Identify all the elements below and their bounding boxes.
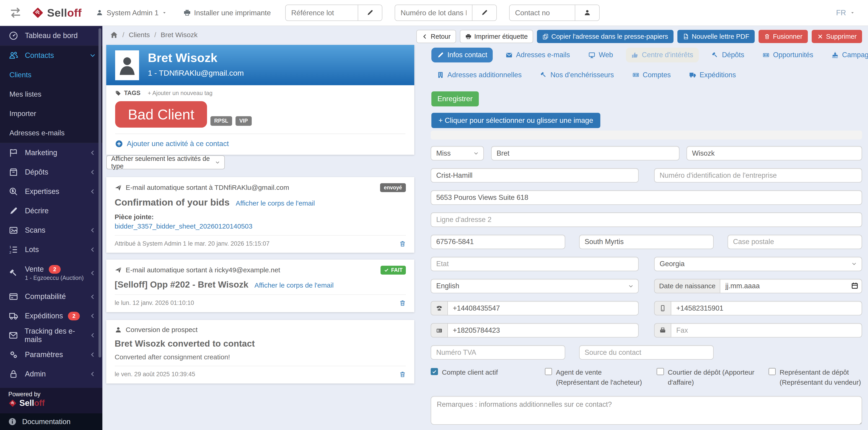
sidebar-item-accounting[interactable]: Comptabilité	[0, 287, 102, 306]
trash-icon[interactable]	[399, 240, 406, 247]
city-input[interactable]	[579, 235, 714, 249]
sidebar-item-lots[interactable]: Lots	[0, 240, 102, 259]
trash-icon[interactable]	[399, 371, 406, 378]
company-input[interactable]	[431, 168, 639, 183]
tag-bad-client[interactable]: Bad Client	[115, 101, 207, 128]
user-menu[interactable]: System Admin 1	[96, 9, 167, 17]
zip-input[interactable]	[431, 235, 565, 249]
sidebar-item-shipments[interactable]: Expéditions 2	[0, 306, 102, 326]
lot-reference-input[interactable]	[286, 5, 358, 21]
tag-vip[interactable]: VIP	[236, 116, 252, 126]
company-id-input[interactable]	[654, 168, 862, 183]
add-activity-row[interactable]: Ajouter une activité à ce contact	[106, 134, 414, 155]
title-select[interactable]: Miss	[431, 146, 484, 160]
sidebar-item-clients[interactable]: Clients	[0, 65, 102, 85]
new-pdf-letter-button[interactable]: Nouvelle lettre PDF	[677, 30, 755, 43]
install-printer-menu[interactable]: Installer une imprimante	[184, 9, 271, 17]
save-button[interactable]: Enregistrer	[431, 91, 479, 106]
home-icon[interactable]	[110, 31, 118, 39]
copy-address-button[interactable]: Copier l'adresse dans le presse-papiers	[537, 30, 674, 43]
app-logo[interactable]: Selloff	[31, 6, 82, 19]
add-activity-link[interactable]: Ajouter une activité à ce contact	[127, 139, 229, 148]
activity-type-line: Conversion de prospect	[126, 326, 197, 334]
tab-interests[interactable]: Centre d'intérêts	[626, 47, 699, 62]
fax-input[interactable]	[671, 323, 862, 337]
documentation-link[interactable]: Documentation	[0, 414, 102, 430]
office-phone-input[interactable]	[447, 323, 639, 337]
contact-no-button[interactable]	[575, 5, 599, 21]
chevron-down-icon	[90, 53, 96, 59]
tab-infos-contact[interactable]: Infos contact	[431, 47, 493, 62]
sidebar-item-my-lists[interactable]: Mes listes	[0, 85, 102, 104]
first-name-input[interactable]	[491, 146, 679, 160]
trash-icon[interactable]	[399, 299, 406, 307]
sidebar-item-sale[interactable]: Vente 2 1 - Egzoeccu (Auction)	[0, 259, 102, 287]
checkbox-consignment-rep[interactable]: Représentant de dépôt (Représentant du v…	[769, 367, 862, 387]
sidebar-item-scans[interactable]: Scans	[0, 221, 102, 240]
tab-shipments[interactable]: Expéditions	[684, 67, 741, 82]
checkbox-checked[interactable]	[431, 368, 438, 375]
checkbox-unchecked[interactable]	[657, 368, 664, 375]
contact-no-input[interactable]	[509, 5, 575, 21]
add-tag-link[interactable]: + Ajouter un nouveau tag	[148, 90, 213, 96]
tab-opportunities[interactable]: Opportunités	[757, 47, 819, 62]
tab-bidder-numbers[interactable]: Nos d'enchérisseurs	[534, 67, 619, 82]
back-button[interactable]: Retour	[416, 30, 456, 43]
sidebar-item-describe[interactable]: Décrire	[0, 201, 102, 221]
checkbox-unchecked[interactable]	[545, 368, 552, 375]
lot-number-edit-button[interactable]	[472, 5, 496, 21]
image-upload-button[interactable]: + Cliquer pour sélectionner ou glisser u…	[431, 113, 600, 128]
language-selector[interactable]: FR	[836, 8, 855, 17]
tab-email-addresses[interactable]: Adresses e-mails	[500, 47, 576, 62]
address2-input[interactable]	[431, 212, 862, 227]
sidebar-item-marketing[interactable]: Marketing	[0, 143, 102, 163]
sidebar-item-expertises[interactable]: Expertises	[0, 182, 102, 201]
mobile-input[interactable]	[671, 301, 862, 316]
contact-source-input[interactable]	[579, 345, 714, 360]
tab-additional-addresses[interactable]: Adresses additionnelles	[431, 67, 527, 82]
sidebar-scrollbar[interactable]	[98, 28, 101, 358]
print-label-button[interactable]: Imprimer étiquette	[460, 30, 533, 43]
remarks-textarea[interactable]	[431, 396, 862, 425]
sidebar-item-dashboard[interactable]: Tableau de bord	[0, 26, 102, 45]
phone-input[interactable]	[447, 301, 639, 316]
tab-campaigns[interactable]: Campagnes	[826, 47, 868, 62]
sidebar-item-admin[interactable]: Admin	[0, 364, 102, 384]
checkbox-sales-agent[interactable]: Agent de vente (Représentant de l'achete…	[545, 367, 657, 387]
sidebar-item-deposits[interactable]: Dépôts	[0, 163, 102, 182]
calendar-icon[interactable]	[851, 282, 859, 289]
attachment-link[interactable]: bidder_3357_bidder_sheet_20260120140503	[115, 222, 252, 230]
sidebar-item-email-addresses[interactable]: Adresses e-mails	[0, 123, 102, 143]
tag-rpsl[interactable]: RPSL	[211, 116, 232, 126]
sidebar-item-contacts[interactable]: Contacts	[0, 46, 102, 65]
tab-web[interactable]: Web	[583, 47, 619, 62]
breadcrumb-clients[interactable]: Clients	[129, 31, 150, 39]
sidebar-item-import[interactable]: Importer	[0, 104, 102, 123]
checkbox-consignment-broker[interactable]: Courtier de dépôt (Apporteur d'affaire)	[657, 367, 769, 387]
vat-input[interactable]	[431, 345, 565, 360]
check-icon	[432, 369, 437, 374]
show-email-body-link[interactable]: Afficher le corps de l'email	[254, 282, 334, 289]
address1-input[interactable]	[431, 190, 862, 205]
lot-reference-edit-button[interactable]	[358, 5, 382, 21]
state-input[interactable]	[431, 257, 639, 271]
country-select[interactable]: Georgia	[654, 257, 862, 271]
lot-number-input[interactable]	[395, 5, 472, 21]
tab-deposits[interactable]: Dépôts	[706, 47, 750, 62]
po-box-input[interactable]	[727, 235, 862, 249]
delete-button[interactable]: Supprimer	[812, 30, 862, 43]
tab-accounts[interactable]: Comptes	[626, 67, 676, 82]
checkbox-unchecked[interactable]	[769, 368, 776, 375]
sidebar-item-email-tracking[interactable]: Tracking des e-mails	[0, 326, 102, 345]
last-name-input[interactable]	[686, 146, 862, 160]
chevron-down-icon	[215, 160, 220, 165]
merge-button[interactable]: Fusionner	[758, 30, 808, 43]
language-select[interactable]: English	[431, 279, 639, 293]
show-email-body-link[interactable]: Afficher le corps de l'email	[236, 199, 315, 207]
sidebar-toggle-icon[interactable]	[9, 7, 22, 19]
checkbox-active-client[interactable]: Compte client actif	[431, 367, 545, 387]
birthdate-input[interactable]	[720, 279, 862, 293]
activity-type-filter-select[interactable]: Afficher seulement les activités de type	[106, 156, 225, 169]
sidebar-item-settings[interactable]: Paramètres	[0, 345, 102, 364]
phone-icon	[431, 301, 447, 316]
